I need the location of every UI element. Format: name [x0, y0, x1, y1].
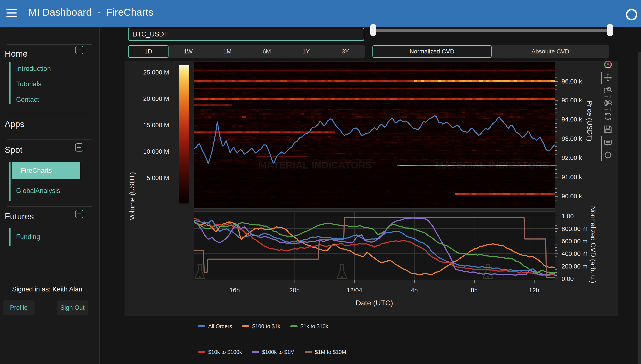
cvd-tick: 1.00	[562, 213, 574, 220]
axis-tick	[555, 238, 557, 238]
axis-tick	[555, 93, 557, 93]
timeframe-1m-button[interactable]: 1M	[208, 45, 247, 58]
zoom-axes-icon[interactable]	[604, 99, 612, 107]
legend-dash-blue	[198, 325, 205, 327]
axis-tick	[555, 158, 558, 158]
sidebar-item-tutorials[interactable]: Tutorials	[16, 80, 42, 88]
axis-tick	[555, 244, 557, 244]
modebar-group-divider	[610, 95, 610, 98]
collapse-futures-button[interactable]	[75, 210, 83, 218]
legend-dash-orange	[242, 325, 249, 327]
axis-tick	[555, 188, 557, 189]
axis-tick	[555, 96, 557, 97]
sidebar-item-firecharts-selected[interactable]: FireCharts	[12, 162, 80, 179]
ticker-symbol-input[interactable]	[128, 28, 364, 41]
price-tick: 94.00 k	[562, 116, 582, 123]
collapse-spot-button[interactable]	[75, 143, 83, 152]
axis-tick	[555, 135, 557, 136]
slider-handle-left[interactable]	[370, 24, 376, 36]
modebar-group-divider	[610, 108, 610, 111]
sidebar-item-contact[interactable]: Contact	[16, 96, 39, 104]
axis-tick	[555, 247, 557, 248]
timeframe-1y-button[interactable]: 1Y	[286, 45, 326, 58]
sidebar-item-globalanalysis[interactable]: GlobalAnalysis	[16, 187, 60, 195]
axis-tick	[555, 146, 557, 147]
axis-tick	[555, 166, 557, 166]
price-tick: 96.00 k	[562, 78, 582, 85]
sidebar-heading-home[interactable]: Home	[5, 49, 28, 58]
legend-item[interactable]: $100 to $1k	[242, 323, 280, 330]
date-range-slider[interactable]	[370, 24, 613, 36]
annotations-icon[interactable]	[604, 139, 612, 147]
axis-tick	[555, 234, 557, 235]
sidebar-item-funding[interactable]: Funding	[16, 233, 40, 241]
axis-tick	[555, 216, 558, 216]
axis-tick	[555, 185, 557, 185]
absolute-cvd-button[interactable]: Absolute CVD	[492, 45, 610, 58]
x-tick: 12h	[529, 287, 539, 294]
divider	[7, 140, 92, 140]
sidebar-item-introduction[interactable]: Introduction	[16, 65, 51, 72]
divider	[7, 255, 92, 256]
axis-tick	[555, 173, 557, 174]
axis-tick	[555, 142, 557, 143]
crosshair-icon[interactable]	[604, 151, 612, 159]
pan-icon[interactable]	[604, 74, 612, 82]
axis-tick	[555, 70, 557, 70]
volume-heatmap-chart[interactable]	[194, 62, 555, 208]
cvd-mode-toggle: Normalized CVD Absolute CVD	[372, 45, 609, 58]
sidebar-heading-apps: Apps	[5, 119, 24, 129]
box-zoom-icon[interactable]	[604, 86, 612, 94]
timeframe-6m-button[interactable]: 6M	[247, 45, 286, 58]
axis-tick	[555, 108, 557, 108]
legend-item[interactable]: All Orders	[198, 323, 232, 330]
axis-tick	[555, 260, 557, 260]
axis-tick	[555, 225, 557, 226]
save-icon[interactable]	[604, 125, 612, 134]
slider-track[interactable]	[370, 29, 613, 32]
axis-tick	[555, 200, 557, 200]
timeframe-1d-button[interactable]: 1D	[128, 45, 168, 58]
axis-tick	[555, 169, 557, 170]
axis-tick	[555, 100, 558, 101]
legend-item[interactable]: $1M to $10M	[304, 349, 346, 355]
price-axis-title: Price (USDT)	[586, 100, 594, 171]
axis-tick	[555, 162, 557, 162]
x-axis-title: Date (UTC)	[356, 299, 393, 307]
spot-group-indent-bar	[9, 162, 10, 201]
axis-tick	[555, 154, 557, 154]
timeframe-1w-button[interactable]: 1W	[168, 45, 208, 58]
axis-tick	[555, 228, 558, 229]
legend-item[interactable]: $10k to $100k	[198, 349, 242, 355]
timeframe-button-group: 1D 1W 1M 6M 1Y 3Y	[128, 45, 365, 58]
modebar-group-divider	[604, 109, 608, 110]
signout-button[interactable]: Sign Out	[57, 300, 88, 315]
normalized-cvd-chart[interactable]	[194, 212, 555, 280]
slider-handle-right[interactable]	[607, 24, 613, 36]
legend-item[interactable]: $1k to $10k	[290, 323, 328, 330]
axis-tick	[474, 280, 475, 283]
volume-axis-title: Volume (USDT)	[128, 154, 136, 220]
plotly-logo-icon[interactable]	[604, 60, 612, 69]
normalized-cvd-button[interactable]: Normalized CVD	[372, 45, 492, 58]
profile-button[interactable]: Profile	[3, 300, 34, 315]
chart-legend: All Orders $100 to $1k $1k to $10k $10k …	[198, 322, 356, 364]
account-circle-icon[interactable]	[626, 9, 637, 20]
legend-dash-red	[198, 351, 205, 353]
sidebar-heading-futures[interactable]: Futures	[5, 212, 34, 221]
scrollbar[interactable]	[638, 52, 641, 364]
axis-tick	[555, 112, 557, 112]
sidebar-heading-spot[interactable]: Spot	[5, 145, 22, 155]
app-header: MI Dashboard - FireCharts	[0, 0, 641, 26]
hamburger-menu-icon[interactable]	[6, 9, 17, 18]
price-tick: 93.00 k	[562, 135, 582, 142]
collapse-home-button[interactable]	[75, 46, 83, 54]
legend-dash-green	[290, 325, 298, 327]
volume-colorbar	[178, 64, 189, 204]
legend-item[interactable]: $100k to $1M	[252, 349, 295, 355]
axis-tick	[555, 266, 558, 266]
divider	[7, 206, 92, 207]
autoscale-icon[interactable]	[604, 112, 612, 120]
timeframe-3y-button[interactable]: 3Y	[326, 45, 365, 58]
axis-tick	[294, 280, 295, 283]
